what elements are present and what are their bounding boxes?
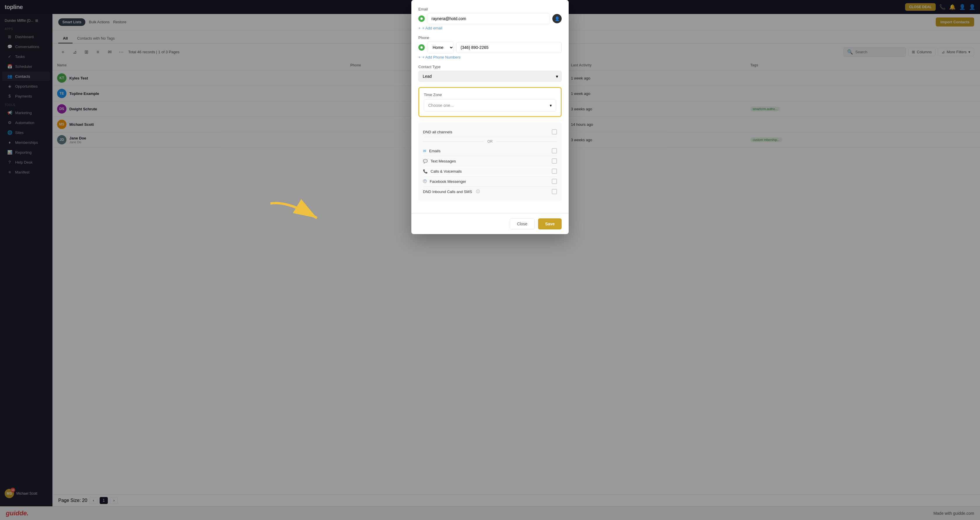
timezone-section: Time Zone Choose one... ▾ (418, 87, 562, 117)
phone-type-select[interactable]: Home Mobile Work (427, 42, 454, 53)
text-checkbox[interactable] (552, 159, 557, 163)
or-divider: OR (423, 140, 557, 144)
dnd-emails-row: ✉ Emails (423, 146, 557, 156)
dnd-calls-label: 📞 Calls & Voicemails (423, 169, 462, 174)
facebook-checkbox[interactable] (552, 179, 557, 184)
dnd-facebook-label: ⓕ Facebook Messenger (423, 179, 466, 184)
contact-type-label: Contact Type (418, 65, 562, 69)
calls-channel-icon: 📞 (423, 169, 428, 174)
timezone-chevron: ▾ (550, 103, 552, 108)
inbound-checkbox[interactable] (552, 189, 557, 194)
timezone-select[interactable]: Choose one... ▾ (424, 99, 556, 111)
calls-checkbox[interactable] (552, 168, 557, 174)
plus-phone-icon: + (418, 55, 421, 59)
dnd-calls-row: 📞 Calls & Voicemails (423, 166, 557, 176)
info-icon: ⓘ (476, 189, 480, 194)
email-channel-icon: ✉ (423, 149, 426, 153)
email-label: Email (418, 7, 562, 11)
dnd-section: DND all channels OR ✉ Emails (418, 122, 562, 201)
phone-label: Phone (418, 35, 562, 40)
contact-type-group: Contact Type Lead Customer Prospect ▾ (418, 65, 562, 82)
close-button[interactable]: Close (510, 218, 535, 230)
email-user-icon: 👤 (552, 14, 562, 23)
facebook-channel-icon: ⓕ (423, 179, 427, 184)
dnd-inbound-row: DND Inbound Calls and SMS ⓘ (423, 187, 557, 197)
dnd-all-checkbox[interactable] (552, 129, 557, 135)
dnd-facebook-row: ⓕ Facebook Messenger (423, 176, 557, 187)
emails-checkbox[interactable] (552, 148, 557, 154)
phone-group: Phone Home Mobile Work + + Add Phone Num… (418, 35, 562, 59)
contact-modal: Email 👤 + + Add email Phone (411, 0, 569, 234)
dnd-text-label: 💬 Text Messages (423, 159, 456, 163)
dnd-inbound-label: DND Inbound Calls and SMS ⓘ (423, 189, 480, 194)
text-channel-icon: 💬 (423, 159, 428, 163)
phone-number-input[interactable] (456, 42, 562, 53)
email-group: Email 👤 + + Add email (418, 7, 562, 30)
timezone-label: Time Zone (424, 93, 556, 97)
phone-input-row: Home Mobile Work (418, 42, 562, 53)
email-radio[interactable] (418, 16, 425, 22)
arrow-annotation (264, 198, 329, 234)
email-input-row: 👤 (418, 13, 562, 24)
modal-footer: Close Save (411, 213, 569, 234)
dnd-emails-label: ✉ Emails (423, 149, 441, 153)
dnd-all-label: DND all channels (423, 130, 452, 134)
dnd-all-row: DND all channels (423, 127, 557, 137)
email-input[interactable] (427, 13, 550, 24)
contact-type-select[interactable]: Lead Customer Prospect (418, 71, 562, 82)
phone-radio[interactable] (418, 44, 425, 51)
plus-icon: + (418, 26, 421, 30)
save-button[interactable]: Save (538, 218, 562, 230)
dnd-text-row: 💬 Text Messages (423, 156, 557, 166)
add-phone-link[interactable]: + + Add Phone Numbers (418, 55, 562, 59)
timezone-placeholder: Choose one... (428, 103, 453, 108)
modal-overlay[interactable]: Email 👤 + + Add email Phone (0, 0, 980, 520)
add-email-link[interactable]: + + Add email (418, 26, 562, 30)
